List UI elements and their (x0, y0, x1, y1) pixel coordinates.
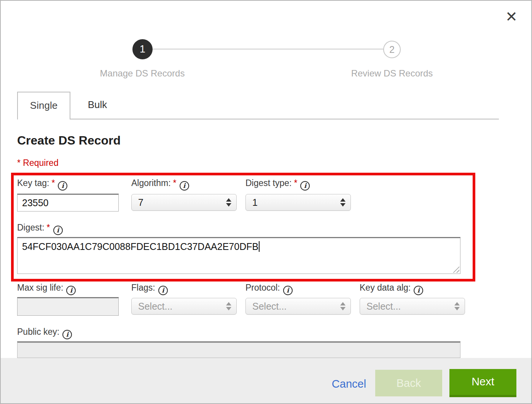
select-spinner-icon (340, 302, 346, 310)
key-data-alg-label: Key data alg:i (360, 283, 423, 295)
digest-value: 54FCF030AA1C79C0088FDEC1BD1C37DAA2E70DFB (22, 241, 258, 252)
public-key-textarea[interactable] (17, 341, 460, 358)
digest-required-star: * (47, 223, 50, 232)
create-ds-record-modal: ✕ 1 2 Manage DS Records Review DS Record… (0, 0, 532, 404)
step-2-circle: 2 (383, 41, 401, 58)
step-1-circle: 1 (132, 39, 153, 59)
algorithm-select[interactable]: 7 (131, 194, 237, 211)
tab-single[interactable]: Single (17, 92, 70, 119)
flags-select-value: Select... (138, 301, 172, 312)
digest-textarea[interactable]: 54FCF030AA1C79C0088FDEC1BD1C37DAA2E70DFB (17, 237, 460, 274)
key-data-alg-label-text: Key data alg: (360, 283, 411, 293)
algorithm-required-star: * (173, 178, 177, 188)
key-tag-input[interactable] (17, 194, 119, 212)
digest-type-select-value: 1 (252, 197, 258, 208)
select-spinner-icon (226, 198, 231, 207)
close-icon[interactable]: ✕ (502, 8, 521, 26)
digest-type-select[interactable]: 1 (245, 194, 351, 211)
step-1-label: Manage DS Records (76, 68, 209, 79)
tab-bulk[interactable]: Bulk (71, 92, 124, 119)
protocol-select[interactable]: Select... (245, 298, 351, 315)
select-spinner-icon (454, 302, 460, 310)
algorithm-select-value: 7 (138, 197, 143, 208)
cancel-button[interactable]: Cancel (328, 375, 370, 393)
stepper-connector-line (142, 49, 392, 49)
page-title: Create DS Record (17, 134, 121, 148)
required-note: * Required (17, 158, 59, 168)
digest-type-label-text: Digest type: (245, 178, 291, 188)
key-data-alg-info-icon[interactable]: i (414, 286, 423, 295)
public-key-label-text: Public key: (17, 327, 59, 337)
max-sig-life-info-icon[interactable]: i (66, 286, 76, 295)
protocol-info-icon[interactable]: i (283, 286, 293, 295)
back-button[interactable]: Back (375, 370, 442, 396)
algorithm-label-text: Algorithm: (131, 178, 171, 188)
flags-label-text: Flags: (131, 283, 155, 293)
max-sig-life-label: Max sig life:i (17, 283, 76, 295)
key-tag-info-icon[interactable]: i (58, 181, 67, 191)
public-key-info-icon[interactable]: i (62, 330, 72, 339)
digest-type-required-star: * (294, 178, 297, 188)
key-tag-label-text: Key tag: (17, 178, 49, 188)
digest-label-text: Digest: (17, 223, 45, 232)
digest-info-icon[interactable]: i (53, 226, 63, 235)
protocol-label-text: Protocol: (245, 283, 280, 293)
select-spinner-icon (340, 198, 346, 207)
key-tag-label: Key tag:*i (17, 178, 67, 191)
digest-type-info-icon[interactable]: i (300, 181, 310, 191)
flags-select[interactable]: Select... (131, 298, 237, 315)
algorithm-label: Algorithm:*i (131, 178, 189, 191)
max-sig-life-input[interactable] (17, 297, 119, 316)
algorithm-info-icon[interactable]: i (180, 181, 189, 191)
flags-info-icon[interactable]: i (158, 286, 168, 295)
text-cursor (259, 241, 260, 252)
digest-type-label: Digest type:*i (245, 178, 310, 191)
select-spinner-icon (226, 302, 231, 310)
step-2-label: Review DS Records (325, 68, 459, 79)
key-data-alg-select[interactable]: Select... (360, 298, 465, 315)
key-tag-required-star: * (51, 178, 55, 188)
protocol-select-value: Select... (252, 301, 287, 312)
max-sig-life-label-text: Max sig life: (17, 283, 63, 293)
protocol-label: Protocol:i (245, 283, 293, 295)
next-button[interactable]: Next (449, 369, 516, 397)
key-data-alg-select-value: Select... (366, 301, 401, 312)
digest-label: Digest:*i (17, 223, 63, 235)
flags-label: Flags:i (131, 283, 168, 295)
public-key-label: Public key:i (17, 327, 72, 339)
tab-bar-underline (17, 119, 499, 119)
resize-handle-icon[interactable] (453, 266, 459, 273)
